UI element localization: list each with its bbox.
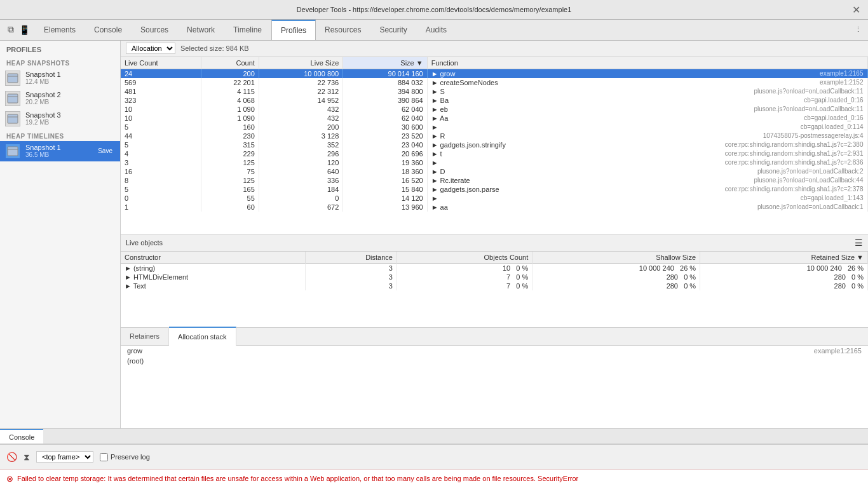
mobile-icon[interactable]: 📱 <box>19 25 30 35</box>
cell-size: 394 800 <box>343 87 427 96</box>
th-constructor[interactable]: Constructor <box>121 252 306 264</box>
th-count[interactable]: Count <box>201 57 259 69</box>
fn-name: ► gadgets.json.parse <box>431 186 499 193</box>
clear-icon[interactable]: 🚫 <box>6 452 17 462</box>
fn-link[interactable]: plusone.js?onload=onLoadCallback:44 <box>754 177 863 184</box>
live-objects-title: Live objects <box>126 239 163 247</box>
th-live-count[interactable]: Live Count <box>121 57 201 69</box>
snapshot-name-2: Snapshot 3 <box>25 111 115 119</box>
fn-link[interactable]: cb=gapi.loaded_0:16 <box>804 97 863 104</box>
upper-row-13[interactable]: 5 165 184 15 840 ► gadgets.json.parse co… <box>121 185 868 194</box>
timeline-name-0: Snapshot 1 <box>25 144 90 151</box>
fn-link[interactable]: core:rpc:shindig.random:shindig.sha1.js?… <box>725 186 864 193</box>
upper-row-4[interactable]: 10 1 090 432 62 040 ► eb plusone.js?onlo… <box>121 105 868 114</box>
cell-objects-count: 10 0 % <box>397 263 532 273</box>
stack-row-1: (root) <box>121 356 868 366</box>
fn-link[interactable]: 1074358075-postmessagerelay.js:4 <box>763 132 864 140</box>
fn-link[interactable]: cb=gapi.loaded_0:114 <box>801 123 864 131</box>
upper-row-10[interactable]: 3 125 120 19 360 ► core:rpc:shindig.rand… <box>121 158 868 167</box>
fn-link[interactable]: plusone.js?onload=onLoadCallback:1 <box>757 203 864 211</box>
dock-icon[interactable]: ⧉ <box>8 24 14 35</box>
th-objects-count[interactable]: Objects Count <box>397 252 532 264</box>
fn-link[interactable]: core:rpc:shindig.random:shindig.sha1.js?… <box>725 150 864 158</box>
cell-constructor: ► HTMLDivElement <box>121 273 306 281</box>
more-tabs[interactable]: ⋮ <box>848 20 868 40</box>
snapshot-item-0[interactable]: Snapshot 1 12.4 MB <box>0 68 120 88</box>
tab-profiles[interactable]: Profiles <box>271 20 316 40</box>
tab-allocation-stack[interactable]: Allocation stack <box>169 327 236 346</box>
fn-link[interactable]: core:rpc:shindig.random:shindig.sha1.js?… <box>725 141 864 149</box>
tab-retainers[interactable]: Retainers <box>121 327 169 345</box>
lower-row-1[interactable]: ► HTMLDivElement 3 7 0 % 280 0 % 280 0 % <box>121 273 868 281</box>
timeline-item-0[interactable]: Snapshot 1 36.5 MB Save <box>0 141 120 161</box>
alloc-select[interactable]: Allocation <box>126 43 175 54</box>
fn-link[interactable]: cb=gapi.loaded_0:16 <box>804 114 863 122</box>
filter-icon[interactable]: ⧗ <box>24 452 30 463</box>
fn-name: ► t <box>431 150 442 158</box>
tab-network[interactable]: Network <box>178 20 224 40</box>
snapshot-info-2: Snapshot 3 19.2 MB <box>25 111 115 126</box>
upper-row-8[interactable]: 5 315 352 23 040 ► gadgets.json.stringif… <box>121 140 868 149</box>
tab-elements[interactable]: Elements <box>35 20 85 40</box>
tab-security[interactable]: Security <box>370 20 416 40</box>
cell-objects-count: 7 0 % <box>397 273 532 281</box>
th-retained-size[interactable]: Retained Size <box>700 252 868 264</box>
tab-timeline[interactable]: Timeline <box>224 20 271 40</box>
fn-link[interactable]: plusone.js?onload=onLoadCallback:2 <box>757 168 864 175</box>
fn-link[interactable]: example1:2165 <box>820 70 863 78</box>
upper-row-1[interactable]: 569 22 201 22 736 884 032 ► createSomeNo… <box>121 78 868 87</box>
upper-row-7[interactable]: 44 230 3 128 23 520 ► R 1074358075-postm… <box>121 132 868 140</box>
svg-rect-0 <box>8 74 18 83</box>
upper-row-12[interactable]: 8 125 336 16 520 ► Rc.iterate plusone.js… <box>121 176 868 185</box>
fn-link[interactable]: plusone.js?onload=onLoadCallback:11 <box>754 88 863 95</box>
tab-sources[interactable]: Sources <box>132 20 178 40</box>
console-tab[interactable]: Console <box>0 429 43 444</box>
fn-link[interactable]: plusone.js?onload=onLoadCallback:11 <box>754 105 863 113</box>
cell-constructor: ► (string) <box>121 263 306 273</box>
th-live-size[interactable]: Live Size <box>259 57 342 69</box>
upper-row-9[interactable]: 4 229 296 20 696 ► t core:rpc:shindig.ra… <box>121 149 868 158</box>
th-distance[interactable]: Distance <box>306 252 397 264</box>
upper-row-3[interactable]: 323 4 068 14 952 390 864 ► Ba cb=gapi.lo… <box>121 96 868 105</box>
snapshot-icon-2 <box>5 111 20 126</box>
fn-link[interactable]: core:rpc:shindig.random:shindig.sha1.js?… <box>725 159 864 166</box>
tab-bar: ⧉ 📱 ElementsConsoleSourcesNetworkTimelin… <box>0 20 868 41</box>
cell-live-count: 3 <box>121 158 201 167</box>
fn-name: ► <box>431 123 438 131</box>
snapshot-item-2[interactable]: Snapshot 3 19.2 MB <box>0 109 120 129</box>
live-objects-header: Live objects ☰ <box>121 235 868 252</box>
tab-audits[interactable]: Audits <box>417 20 456 40</box>
upper-row-14[interactable]: 0 55 0 14 120 ► cb=gapi.loaded_1:143 <box>121 194 868 203</box>
upper-row-15[interactable]: 1 60 672 13 960 ► aa plusone.js?onload=o… <box>121 203 868 212</box>
cell-live-size: 10 000 800 <box>259 69 342 78</box>
timeline-save-btn-0[interactable]: Save <box>95 146 115 156</box>
upper-row-5[interactable]: 10 1 090 432 62 040 ► Aa cb=gapi.loaded_… <box>121 114 868 123</box>
th-function[interactable]: Function <box>427 57 867 69</box>
upper-row-6[interactable]: 5 160 200 30 600 ► cb=gapi.loaded_0:114 <box>121 123 868 132</box>
fn-link[interactable]: example1:2152 <box>820 79 863 86</box>
snapshot-info-0: Snapshot 1 12.4 MB <box>25 71 115 85</box>
th-size[interactable]: Size ▼ <box>343 57 427 69</box>
upper-row-2[interactable]: 481 4 115 22 312 394 800 ► S plusone.js?… <box>121 87 868 96</box>
cell-count: 1 090 <box>201 105 259 114</box>
lower-row-2[interactable]: ► Text 3 7 0 % 280 0 % 280 0 % <box>121 281 868 290</box>
preserve-log-checkbox[interactable] <box>100 453 108 461</box>
live-objects-settings-icon[interactable]: ☰ <box>855 238 863 248</box>
lower-table-body: ► (string) 3 10 0 % 10 000 240 26 % 10 0… <box>121 263 868 290</box>
upper-row-11[interactable]: 16 75 640 18 360 ► D plusone.js?onload=o… <box>121 167 868 176</box>
upper-table-container[interactable]: Live Count Count Live Size Size ▼ Functi… <box>121 57 868 235</box>
upper-row-0[interactable]: 24 200 10 000 800 90 014 160 ► grow exam… <box>121 69 868 78</box>
lower-table-container[interactable]: Constructor Distance Objects Count Shall… <box>121 252 868 328</box>
fn-link[interactable]: cb=gapi.loaded_1:143 <box>801 194 864 202</box>
th-shallow-size[interactable]: Shallow Size <box>532 252 700 264</box>
tab-console[interactable]: Console <box>85 20 132 40</box>
lower-row-0[interactable]: ► (string) 3 10 0 % 10 000 240 26 % 10 0… <box>121 263 868 273</box>
cell-size: 90 014 160 <box>343 69 427 78</box>
frame-select[interactable]: <top frame> <box>36 451 93 463</box>
title-bar: Developer Tools - https://developer.chro… <box>0 0 868 20</box>
stack-link-0[interactable]: example1:2165 <box>814 347 862 355</box>
snapshot-item-1[interactable]: Snapshot 2 20.2 MB <box>0 88 120 109</box>
preserve-log-label: Preserve log <box>100 453 150 461</box>
close-button[interactable]: ✕ <box>852 3 860 15</box>
tab-resources[interactable]: Resources <box>316 20 370 40</box>
